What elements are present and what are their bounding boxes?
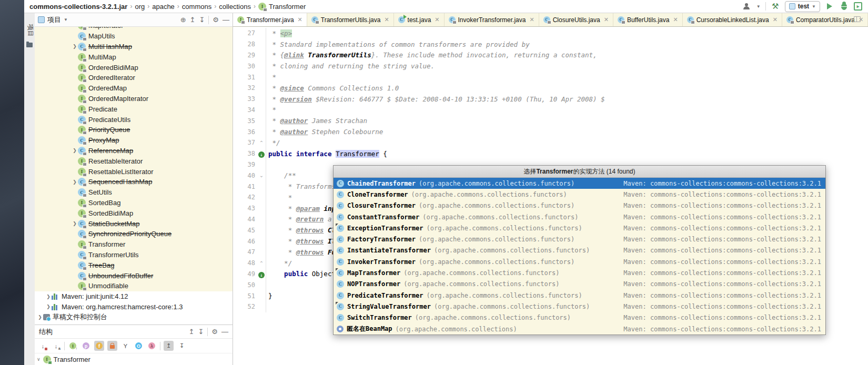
tab-bufferutils-java[interactable]: CBufferUtils.java✕ (613, 13, 683, 26)
popup-item-switchtransformer[interactable]: CSwitchTransformer(org.apache.commons.co… (334, 312, 825, 323)
tree-item-mapiterator[interactable]: IMapIterator (35, 27, 233, 31)
expand-arrow-icon[interactable]: ❯ (37, 315, 43, 320)
tree-item-proxymap[interactable]: CProxyMap (35, 135, 233, 146)
autoscroll-from-source-icon[interactable]: ↧ (177, 341, 187, 351)
expand-all-icon[interactable]: ↥ (189, 328, 195, 335)
tree-item-unboundedfifobuffer[interactable]: CUnboundedFifoBuffer (35, 270, 233, 281)
tree-item-unmodifiable[interactable]: IUnmodifiable (35, 281, 233, 291)
tree-item-synchronizedpriorityqueue[interactable]: CSynchronizedPriorityQueue (35, 229, 233, 239)
expand-arrow-icon[interactable]: ❯ (45, 294, 52, 299)
close-icon[interactable]: ✕ (604, 16, 609, 23)
breadcrumb-item[interactable]: Transformer (269, 3, 306, 11)
popup-item-instantiatetransformer[interactable]: CInstantiateTransformer(org.apache.commo… (334, 245, 825, 256)
tree-item-orderedmap[interactable]: IOrderedMap (35, 83, 233, 94)
tree-item-maven-org-hamcrest-hamcrest-core-1-3[interactable]: ❯Maven: org.hamcrest:hamcrest-core:1.3 (35, 302, 233, 312)
user-icon[interactable] (742, 2, 752, 11)
sort-by-visibility-icon[interactable]: ↓ (38, 341, 48, 351)
show-non-public-icon[interactable] (107, 341, 117, 351)
popup-item-invokertransformer[interactable]: CInvokerTransformer(org.apache.commons.c… (334, 256, 825, 267)
popup-item-constanttransformer[interactable]: CConstantTransformer(org.apache.commons.… (334, 211, 825, 222)
code-line[interactable]: 30 * cloning and returning the string va… (233, 60, 868, 72)
tree-item-transformer[interactable]: ITransformer (35, 239, 233, 250)
popup-item-predicatetransformer[interactable]: CPredicateTransformer(org.apache.commons… (334, 290, 825, 301)
code-line[interactable]: 33 * @version $Revision: 646777 $ $Date:… (233, 94, 868, 105)
settings-gear-icon[interactable]: ⚙ (211, 328, 218, 335)
tree-item-treebag[interactable]: CTreeBag (35, 260, 233, 270)
code-line[interactable]: 36 * @author Stephen Colebourne (233, 126, 868, 137)
show-properties-icon[interactable]: p (81, 341, 91, 351)
close-icon[interactable]: ✕ (529, 16, 534, 23)
popup-item-clonetransformer[interactable]: CCloneTransformer(org.apache.commons.col… (334, 189, 825, 200)
lambdas-icon[interactable]: λ (147, 341, 157, 351)
popup-item-stringvaluetransformer[interactable]: CStringValueTransformer(org.apache.commo… (334, 301, 825, 312)
project-stripe-button[interactable]: 项目 (26, 20, 35, 41)
code-line[interactable]: 27 * <p> (233, 28, 868, 39)
tree-item-referencemap[interactable]: ❯CReferenceMap (35, 146, 233, 156)
collapse-all-icon[interactable]: ↧ (198, 328, 204, 335)
tree-item-orderediterator[interactable]: IOrderedIterator (35, 73, 233, 83)
code-line[interactable]: 38↓public interface Transformer { (233, 148, 868, 159)
tree-item-multihashmap[interactable]: ❯CMultiHashMap (35, 42, 233, 52)
popup-item-chainedtransformer[interactable]: CChainedTransformer(org.apache.commons.c… (334, 178, 825, 189)
code-line[interactable]: 32 * @since Commons Collections 1.0 (233, 83, 868, 94)
breadcrumb-item[interactable]: org (135, 3, 145, 11)
hide-panel-icon[interactable]: — (223, 16, 229, 23)
expand-arrow-icon[interactable]: ❯ (72, 179, 78, 185)
tree-item-predicate[interactable]: IPredicate (35, 104, 233, 114)
tree-item-maputils[interactable]: CMapUtils (35, 31, 233, 42)
code-line[interactable]: 37⌃ */ (233, 137, 868, 148)
expand-arrow-icon[interactable]: ❯ (72, 148, 78, 153)
tree-item-sequencedhashmap[interactable]: ❯CSequencedHashMap (35, 177, 233, 187)
tab-transformerutils-java[interactable]: CTransformerUtils.java✕ (307, 13, 394, 26)
hide-panel-icon[interactable]: — (221, 328, 228, 335)
show-object-methods-icon[interactable]: O (134, 341, 144, 351)
code-line[interactable]: 29 * {@link TransformerUtils}. These inc… (233, 50, 868, 61)
run-configuration-select[interactable]: test ▼ (785, 1, 820, 12)
tree-item-orderedbidimap[interactable]: IOrderedBidiMap (35, 62, 233, 73)
tab-transformer-java[interactable]: ITransformer.java✕ (233, 13, 307, 26)
project-view-dropdown-arrow-icon[interactable]: ▼ (64, 17, 68, 22)
implemented-marker-icon[interactable]: ↓ (258, 272, 265, 278)
expand-arrow-icon[interactable]: ❯ (72, 44, 78, 49)
code-line[interactable]: 35 * @author James Strachan (233, 115, 868, 126)
folder-icon[interactable] (26, 43, 33, 47)
sort-alphabetically-icon[interactable]: ↓a (51, 341, 61, 351)
expand-arrow-icon[interactable]: ❯ (45, 304, 52, 309)
close-icon[interactable]: ✕ (673, 16, 678, 23)
user-dropdown-arrow-icon[interactable]: ▼ (756, 4, 761, 9)
tree-item-maven-junit-junit-4-12[interactable]: ❯Maven: junit:junit:4.12 (35, 291, 233, 302)
tab-closureutils-java[interactable]: CClosureUtils.java✕ (539, 13, 613, 26)
popup-item-maptransformer[interactable]: CMapTransformer(org.apache.commons.colle… (334, 267, 825, 278)
tree-item-setutils[interactable]: CSetUtils (35, 187, 233, 198)
tab-invokertransformer-java[interactable]: CInvokerTransformer.java✕ (445, 13, 539, 26)
autoscroll-to-source-icon[interactable]: ↥ (164, 341, 174, 351)
tree-item-predicateutils[interactable]: CPredicateUtils (35, 114, 233, 125)
close-icon[interactable]: ✕ (773, 16, 778, 23)
fold-marker-icon[interactable]: ⌃ (257, 137, 266, 148)
close-icon[interactable]: ✕ (435, 16, 439, 23)
code-line[interactable]: 31 * (233, 72, 868, 83)
tree-item-multimap[interactable]: IMultiMap (35, 52, 233, 62)
tree-item-resettableiterator[interactable]: IResettableIterator (35, 156, 233, 166)
tree-item-sortedbidimap[interactable]: ISortedBidiMap (35, 208, 233, 218)
show-fields-icon[interactable]: f (94, 341, 104, 351)
close-icon[interactable]: ✕ (298, 16, 302, 23)
expand-arrow-icon[interactable]: ❯ (72, 221, 78, 226)
popup-item-factorytransformer[interactable]: CFactoryTransformer(org.apache.commons.c… (334, 234, 825, 245)
tab-cursorablelinkedlist-java[interactable]: CCursorableLinkedList.java✕ (683, 13, 782, 26)
show-inherited-icon[interactable]: I↑ (68, 341, 78, 351)
tree-item-transformerutils[interactable]: CTransformerUtils (35, 250, 233, 260)
breadcrumb-item[interactable]: commons (182, 3, 211, 11)
expand-all-icon[interactable]: ↥ (190, 16, 196, 23)
settings-gear-icon[interactable]: ⚙ (213, 16, 219, 23)
anonymous-classes-icon[interactable]: Y (120, 341, 130, 351)
close-icon[interactable]: ✕ (384, 16, 389, 23)
tab-test-java[interactable]: Ctest.java✕ (394, 13, 445, 26)
tree-item-orderedmapiterator[interactable]: IOrderedMapIterator (35, 94, 233, 104)
popup-item-closuretransformer[interactable]: CClosureTransformer(org.apache.commons.c… (334, 200, 825, 211)
code-line[interactable]: 34 * (233, 105, 868, 116)
tree-item-priorityqueue[interactable]: IPriorityQueue (35, 125, 233, 135)
coverage-button[interactable]: ▸ (853, 2, 863, 11)
chevron-down-icon[interactable]: ∨ (37, 357, 41, 362)
debug-button[interactable] (839, 2, 849, 11)
